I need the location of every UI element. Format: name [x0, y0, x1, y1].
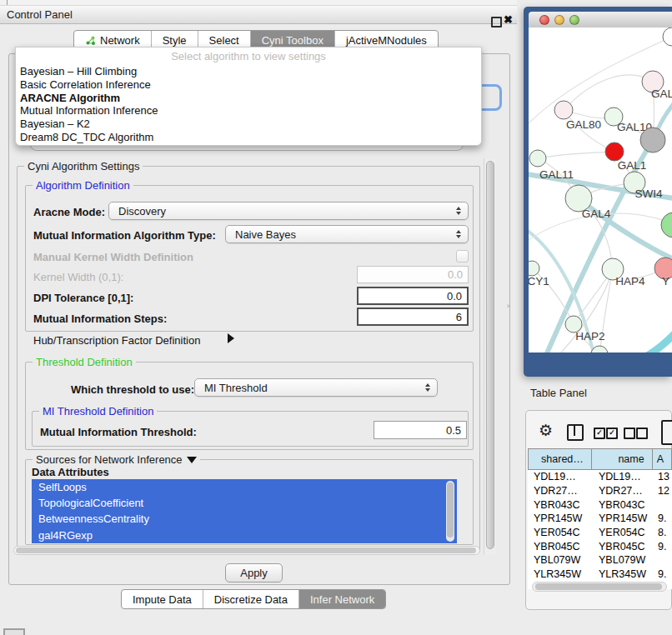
column-header-1[interactable]: shared… — [528, 449, 592, 469]
zoom-window-icon[interactable] — [569, 15, 579, 25]
table-rows: YDL19…YDL19…13YDR27…YDR27…12YBR043CYBR04… — [528, 470, 672, 589]
network-node-gal80[interactable] — [554, 101, 573, 119]
table-row[interactable]: YER054CYER054C8. — [528, 526, 672, 540]
tab-label: jActiveMNodules — [346, 34, 427, 47]
page-icon[interactable] — [661, 420, 672, 445]
manual-kernel-width-checkbox[interactable] — [456, 250, 469, 262]
node-label: GAL11 — [539, 168, 574, 181]
mi-threshold-input[interactable]: 0.5 — [374, 421, 467, 439]
table-cell: 9. — [654, 512, 672, 524]
minimized-panel-stub[interactable] — [3, 628, 25, 635]
tab-label: Select — [209, 34, 239, 47]
table-horizontal-scrollbar[interactable] — [532, 582, 667, 592]
column-header-2[interactable]: name — [592, 449, 653, 469]
float-panel-icon[interactable] — [491, 17, 502, 28]
split-columns-icon[interactable] — [567, 424, 584, 441]
scrollbar-thumb[interactable] — [486, 161, 494, 549]
data-attribute-item[interactable]: BetweennessCentrality — [32, 511, 457, 527]
network-node[interactable] — [661, 212, 672, 238]
data-attributes-list: SelfLoopsTopologicalCoefficientBetweenne… — [32, 479, 457, 543]
data-attribute-item[interactable]: TopologicalCoefficient — [32, 495, 457, 511]
table-cell: YDR27… — [593, 485, 654, 497]
checked-checkbox-icon[interactable]: ✓ — [594, 428, 605, 439]
close-window-icon[interactable] — [539, 15, 549, 25]
tab-impute-data[interactable]: Impute Data — [122, 590, 203, 608]
bottom-tabbar: Impute DataDiscretize DataInfer Network — [121, 589, 386, 609]
table-row[interactable]: YBL079WYBL079W — [528, 553, 672, 568]
algorithm-dropdown-popup: Select algorithm to view settings Bayesi… — [15, 47, 482, 146]
kernel-width-label: Kernel Width (0,1): — [33, 271, 123, 283]
minimize-window-icon[interactable] — [554, 15, 564, 25]
table-row[interactable]: YLR345WYLR345W9. — [528, 568, 672, 582]
network-window-titlebar[interactable] — [529, 12, 672, 28]
tab-label: Network — [100, 34, 140, 47]
table-cell: YBR043C — [528, 499, 593, 511]
table-row[interactable]: YPR145WYPR145W9. — [528, 512, 672, 526]
mi-algorithm-type-value: Naive Bayes — [235, 228, 296, 241]
hub-definition-label[interactable]: Hub/Transcription Factor Definition — [33, 334, 200, 347]
network-node[interactable] — [663, 28, 672, 46]
spinner-arrows-icon — [456, 230, 461, 238]
data-attribute-item[interactable]: gal4RGexp — [32, 528, 457, 543]
collapse-arrow-icon[interactable] — [187, 457, 197, 463]
gear-icon[interactable]: ⚙ — [539, 421, 553, 440]
scrollbar-thumb[interactable] — [535, 583, 662, 590]
settings-horizontal-scrollbar[interactable] — [13, 546, 480, 555]
node-label: GCY1 — [529, 275, 549, 288]
network-icon — [85, 35, 96, 46]
aracne-mode-combo[interactable]: Discovery — [108, 202, 469, 220]
algorithm-option[interactable]: Bayesian – Hill Climbing — [16, 65, 481, 78]
data-attribute-item[interactable]: SelfLoops — [32, 479, 457, 495]
checked-checkbox-icon[interactable]: ✓ — [606, 428, 618, 439]
table-cell: YBR045C — [528, 541, 593, 552]
mi-algorithm-type-combo[interactable]: Naive Bayes — [225, 225, 469, 243]
network-view-canvas[interactable]: GAL80GAL10GALGAL1SWI4GAL11GAL4GCY1HAP4YH… — [529, 28, 672, 352]
expand-arrow-icon[interactable] — [228, 333, 234, 343]
dpi-tolerance-input[interactable]: 0.0 — [357, 287, 469, 305]
unchecked-checkbox-icon[interactable] — [624, 428, 635, 439]
tab-infer-network[interactable]: Infer Network — [298, 590, 385, 608]
panel-divider-grip[interactable]: › — [507, 302, 509, 310]
apply-button[interactable]: Apply — [225, 563, 283, 582]
algorithm-option[interactable]: Mutual Information Inference — [16, 104, 481, 118]
close-panel-icon[interactable]: ✖ — [504, 13, 513, 26]
node-label: GAL1 — [618, 159, 647, 172]
algorithm-option[interactable]: Bayesian – K2 — [16, 118, 481, 131]
settings-vertical-scrollbar[interactable] — [484, 158, 496, 555]
attributes-scrollbar[interactable] — [446, 481, 454, 542]
node-label: SWI4 — [634, 188, 662, 200]
table-row[interactable]: YBR043CYBR043C — [528, 498, 672, 512]
sources-title-wrap: Sources for Network Inference — [33, 453, 200, 466]
scrollbar-thumb[interactable] — [447, 482, 454, 538]
algorithm-option[interactable]: ARACNE Algorithm — [16, 92, 481, 105]
unchecked-checkbox-icon[interactable] — [636, 428, 648, 439]
network-node-gal1[interactable] — [605, 142, 624, 161]
control-panel-top-strip — [0, 0, 517, 6]
mi-steps-input[interactable]: 6 — [357, 308, 469, 326]
node-label: GAL80 — [566, 118, 601, 131]
algorithm-option[interactable]: Dream8 DC_TDC Algorithm — [16, 131, 481, 144]
table-cell: YDL19… — [593, 471, 654, 482]
scrollbar-thumb[interactable] — [16, 548, 476, 553]
mi-threshold-definition-title: MI Threshold Definition — [39, 405, 157, 418]
table-panel-title: Table Panel — [530, 387, 587, 399]
which-threshold-combo[interactable]: MI Threshold — [194, 378, 438, 397]
tab-discretize-data[interactable]: Discretize Data — [203, 590, 298, 608]
table-cell: YER054C — [593, 527, 654, 538]
network-node-gcy1[interactable] — [529, 261, 539, 276]
table-row[interactable]: YBR045CYBR045C9. — [528, 539, 672, 553]
table-row[interactable]: YDR27…YDR27…12 — [528, 484, 672, 498]
column-header-3[interactable]: A — [653, 449, 672, 469]
node-label: Y — [662, 275, 669, 288]
table-cell: 8. — [654, 527, 672, 538]
table-cell: YLR345W — [528, 568, 593, 580]
network-node-gal11[interactable] — [529, 150, 546, 167]
node-label: GAL — [651, 88, 672, 100]
algorithm-option[interactable]: Basic Correlation Inference — [16, 78, 481, 92]
kernel-width-input[interactable]: 0.0 — [357, 266, 469, 283]
network-node[interactable] — [640, 128, 665, 152]
table-cell: YER054C — [528, 527, 593, 538]
table-cell: YPR145W — [528, 512, 593, 524]
table-row[interactable]: YDL19…YDL19…13 — [528, 470, 672, 484]
spinner-arrows-icon — [456, 207, 461, 215]
